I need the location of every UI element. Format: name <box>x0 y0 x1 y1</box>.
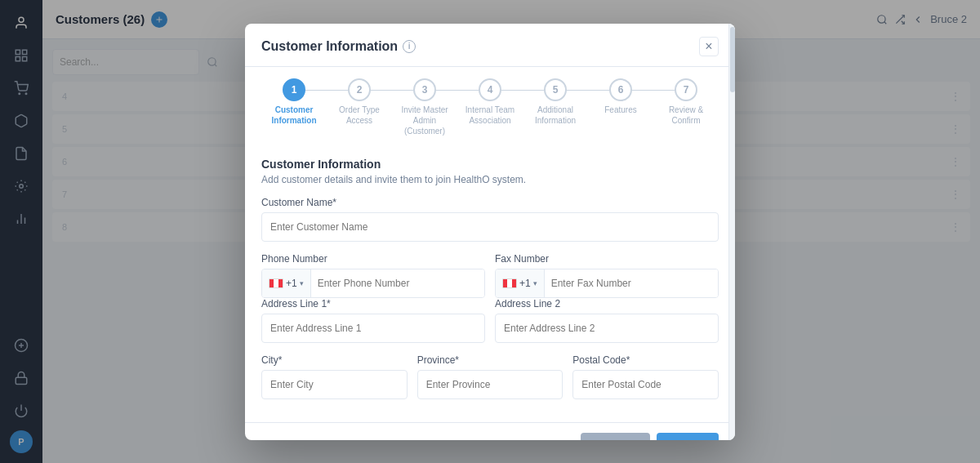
postal-col: Postal Code* <box>572 354 719 411</box>
postal-group: Postal Code* <box>572 354 719 399</box>
fax-number-input[interactable] <box>545 269 718 297</box>
step-circle-2: 2 <box>348 78 371 101</box>
city-input[interactable] <box>261 370 408 399</box>
fax-col: Fax Number +1 ▾ <box>495 253 719 298</box>
step-2: 2 Order Type Access <box>327 78 392 126</box>
step-label-1: CustomerInformation <box>272 105 317 126</box>
modal-overlay: Customer Information i × 1 CustomerInfor… <box>0 0 980 463</box>
province-input[interactable] <box>417 370 564 399</box>
step-label-5: Additional Information <box>527 105 584 126</box>
province-label: Province* <box>417 354 564 366</box>
modal-body: Customer Information Add customer detail… <box>245 145 735 422</box>
section-title: Customer Information <box>261 158 719 171</box>
address1-col: Address Line 1* <box>261 298 485 354</box>
customer-name-input[interactable] <box>261 212 719 242</box>
step-label-4: Internal Team Association <box>461 105 519 126</box>
step-1: 1 CustomerInformation <box>261 78 327 126</box>
address1-label: Address Line 1* <box>261 298 485 309</box>
address2-input[interactable] <box>495 314 719 343</box>
address1-input[interactable] <box>261 314 485 343</box>
modal-title-text: Customer Information <box>261 39 398 54</box>
province-group: Province* <box>417 354 564 399</box>
step-label-6: Features <box>604 105 636 115</box>
phone-number-input[interactable] <box>311 269 484 297</box>
step-circle-1: 1 <box>283 78 305 101</box>
fax-country-code: +1 <box>519 278 531 289</box>
step-label-3: Invite Master Admin (Customer) <box>396 105 453 136</box>
modal-title-group: Customer Information i <box>261 39 416 54</box>
modal-dialog: Customer Information i × 1 CustomerInfor… <box>245 24 735 440</box>
step-7: 7 Review & Confirm <box>653 78 719 126</box>
postal-input[interactable] <box>572 370 719 399</box>
fax-prefix[interactable]: +1 ▾ <box>496 269 545 297</box>
address2-label: Address Line 2 <box>495 298 719 309</box>
city-label: City* <box>261 354 408 366</box>
phone-col: Phone Number +1 ▾ <box>261 253 485 298</box>
city-col: City* <box>261 354 408 411</box>
step-circle-6: 6 <box>609 78 632 101</box>
stepper: 1 CustomerInformation 2 Order Type Acces… <box>245 67 735 145</box>
step-4: 4 Internal Team Association <box>457 78 523 126</box>
phone-prefix[interactable]: +1 ▾ <box>262 269 311 297</box>
app-background: P Customers (26) Bruce 2 <box>0 0 980 463</box>
postal-label: Postal Code* <box>572 354 719 366</box>
modal-header: Customer Information i × <box>245 24 735 67</box>
modal-scrollbar <box>728 24 735 440</box>
address2-col: Address Line 2 <box>495 298 719 354</box>
city-province-postal-row: City* Province* Postal Code* <box>261 354 719 411</box>
step-label-2: Order Type Access <box>331 105 388 126</box>
flag-canada-fax <box>502 278 517 288</box>
step-5: 5 Additional Information <box>523 78 588 126</box>
address-row: Address Line 1* Address Line 2 <box>261 298 719 354</box>
modal-scroll-thumb <box>730 27 735 92</box>
section-desc: Add customer details and invite them to … <box>261 174 719 185</box>
step-6: 6 Features <box>588 78 653 115</box>
address2-group: Address Line 2 <box>495 298 719 343</box>
close-button[interactable]: × <box>699 37 719 56</box>
step-circle-3: 3 <box>413 78 436 101</box>
flag-canada-phone <box>269 278 283 288</box>
customer-name-group: Customer Name* <box>261 197 719 242</box>
step-label-7: Review & Confirm <box>657 105 715 126</box>
step-circle-4: 4 <box>479 78 501 101</box>
step-circle-7: 7 <box>675 78 697 101</box>
phone-fax-row: Phone Number +1 ▾ Fax Number <box>261 253 719 298</box>
step-circle-5: 5 <box>544 78 567 101</box>
province-col: Province* <box>417 354 564 411</box>
info-icon[interactable]: i <box>403 40 416 53</box>
step-3: 3 Invite Master Admin (Customer) <box>392 78 457 136</box>
fax-label: Fax Number <box>495 253 719 265</box>
fax-dropdown-chevron[interactable]: ▾ <box>533 279 537 287</box>
phone-label: Phone Number <box>261 253 485 265</box>
modal-footer: CANCEL NEXT <box>245 422 735 440</box>
fax-input-group: +1 ▾ <box>495 269 719 298</box>
next-button[interactable]: NEXT <box>657 433 719 440</box>
customer-name-label: Customer Name* <box>261 197 719 208</box>
cancel-button[interactable]: CANCEL <box>581 433 650 440</box>
phone-country-code: +1 <box>286 278 297 289</box>
address1-group: Address Line 1* <box>261 298 485 343</box>
phone-dropdown-chevron[interactable]: ▾ <box>300 279 304 287</box>
city-group: City* <box>261 354 408 399</box>
phone-input-group: +1 ▾ <box>261 269 485 298</box>
